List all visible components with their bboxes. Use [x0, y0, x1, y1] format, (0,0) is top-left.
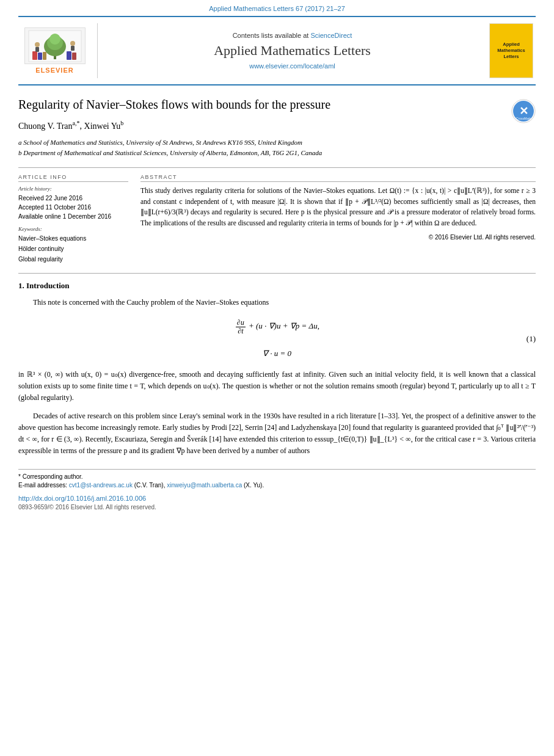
- keyword-3: Global regularity: [18, 254, 128, 264]
- email2-link[interactable]: xinweiyu@math.ualberta.ca: [167, 482, 242, 489]
- sciencedirect-link[interactable]: Contents lists available at ScienceDirec…: [233, 32, 352, 39]
- svg-point-4: [49, 34, 60, 45]
- section-divider: [18, 273, 536, 274]
- email-footnote: E-mail addresses: cvt1@st-andrews.ac.uk …: [18, 482, 536, 489]
- author1-name: Chuong V. Tran: [18, 122, 73, 131]
- authors-separator: , Xinwei Yu: [80, 122, 121, 131]
- abstract-text: This study derives regularity criteria f…: [140, 186, 536, 229]
- intro-para2: in ℝ³ × (0, ∞) with u(x, 0) = u₀(x) dive…: [18, 369, 536, 404]
- journal-url[interactable]: www.elsevier.com/locate/aml: [249, 62, 335, 70]
- journal-reference: Applied Mathematics Letters 67 (2017) 21…: [0, 0, 554, 16]
- svg-rect-6: [38, 53, 42, 60]
- journal-logo-line3: Letters: [503, 54, 519, 60]
- issn-line: 0893-9659/© 2016 Elsevier Ltd. All right…: [18, 504, 536, 511]
- crossmark-logo[interactable]: ✕ CrossMark: [511, 99, 536, 123]
- journal-logo-line1: Applied: [503, 42, 520, 48]
- equation-1-number: (1): [527, 334, 536, 344]
- journal-logo-inner: Applied Mathematics Letters: [489, 23, 533, 78]
- paper-title: Regularity of Navier–Stokes flows with b…: [18, 96, 536, 112]
- corresponding-note: * Corresponding author.: [18, 473, 536, 480]
- keyword-1: Navier–Stokes equations: [18, 233, 128, 244]
- available-date: Available online 1 December 2016: [18, 212, 128, 221]
- equation-1-line1: ∂u ∂t + (u · ∇)u + ∇p = Δu,: [235, 319, 319, 335]
- affiliation-a: a School of Mathematics and Statistics, …: [18, 137, 536, 148]
- keyword-2: Hölder continuity: [18, 244, 128, 254]
- svg-text:CrossMark: CrossMark: [516, 117, 531, 120]
- affiliation-b: b Department of Mathematical and Statist…: [18, 148, 536, 159]
- journal-logo-line2: Mathematics: [497, 48, 525, 54]
- accepted-date: Accepted 11 October 2016: [18, 203, 128, 212]
- article-history-label: Article history:: [18, 186, 128, 192]
- content-area: ✕ CrossMark Regularity of Navier–Stokes …: [18, 85, 536, 511]
- abstract-column: ABSTRACT This study derives regularity c…: [140, 174, 536, 264]
- two-column-section: ARTICLE INFO Article history: Received 2…: [18, 167, 536, 264]
- email1-person: (C.V. Tran),: [134, 482, 166, 489]
- svg-rect-13: [71, 46, 75, 51]
- article-info-title: ARTICLE INFO: [18, 174, 128, 182]
- article-info-column: ARTICLE INFO Article history: Received 2…: [18, 174, 128, 264]
- intro-para3: Decades of active research on this probl…: [18, 410, 536, 457]
- emails-label: E-mail addresses:: [18, 482, 67, 489]
- keywords-label: Keywords:: [18, 226, 128, 232]
- doi-line[interactable]: http://dx.doi.org/10.1016/j.aml.2016.10.…: [18, 495, 536, 502]
- intro-heading: 1. Introduction: [18, 281, 536, 291]
- abstract-title: ABSTRACT: [140, 174, 536, 182]
- elsevier-wordmark: ELSEVIER: [35, 67, 73, 74]
- author2-sup: b: [120, 120, 123, 126]
- contents-text: Contents lists available at: [233, 32, 311, 39]
- elsevier-logo-image: [24, 27, 86, 64]
- svg-rect-8: [67, 51, 71, 60]
- header-center: Contents lists available at ScienceDirec…: [104, 23, 481, 78]
- keywords-section: Keywords: Navier–Stokes equations Hölder…: [18, 226, 128, 264]
- svg-rect-9: [72, 53, 76, 60]
- email1-link[interactable]: cvt1@st-andrews.ac.uk: [69, 482, 133, 489]
- elsevier-logo: ELSEVIER: [18, 23, 98, 78]
- journal-logo-box: Applied Mathematics Letters: [487, 23, 536, 78]
- svg-rect-7: [43, 52, 46, 60]
- email2-person: (X. Yu).: [244, 482, 264, 489]
- equation-1-block: ∂u ∂t + (u · ∇)u + ∇p = Δu, ∇ · u = 0 (1…: [18, 317, 536, 360]
- footnote-area: * Corresponding author. E-mail addresses…: [18, 469, 536, 489]
- affiliations: a School of Mathematics and Statistics, …: [18, 137, 536, 159]
- equation-1-line2: ∇ · u = 0: [235, 349, 319, 358]
- journal-title-main: Applied Mathematics Letters: [214, 43, 371, 59]
- svg-point-12: [70, 41, 75, 46]
- authors-line: Chuong V. Trana,*, Xinwei Yub: [18, 120, 536, 131]
- received-date: Received 22 June 2016: [18, 194, 128, 203]
- intro-para1: This note is concerned with the Cauchy p…: [18, 297, 536, 308]
- copyright-notice: © 2016 Elsevier Ltd. All rights reserved…: [140, 234, 536, 241]
- svg-point-10: [35, 42, 40, 47]
- author1-sup: a,*: [73, 120, 80, 126]
- svg-rect-11: [35, 47, 39, 52]
- svg-rect-5: [32, 51, 37, 60]
- equation-1-content: ∂u ∂t + (u · ∇)u + ∇p = Δu, ∇ · u = 0: [235, 317, 319, 360]
- header-area: ELSEVIER Contents lists available at Sci…: [18, 17, 536, 85]
- svg-text:✕: ✕: [519, 105, 528, 117]
- partial-fraction: ∂u ∂t: [236, 319, 246, 335]
- sciencedirect-anchor[interactable]: ScienceDirect: [310, 32, 352, 39]
